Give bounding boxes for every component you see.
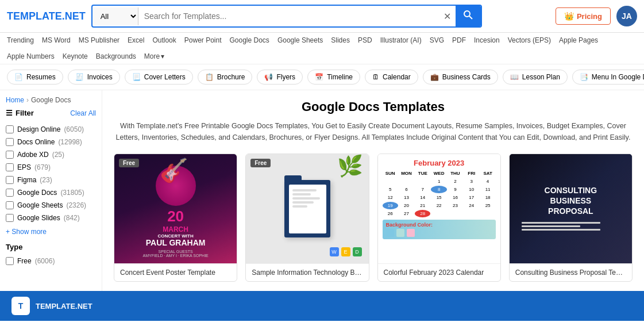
cal-day-18: 18 bbox=[480, 194, 495, 201]
search-button[interactable] bbox=[456, 6, 481, 26]
content-area: Google Docs Templates With Template.net'… bbox=[102, 90, 644, 291]
checkbox-adobexd[interactable] bbox=[6, 151, 14, 159]
chip-businesscards[interactable]: 💼 Business Cards bbox=[423, 70, 498, 85]
nav-msword[interactable]: MS Word bbox=[42, 36, 71, 44]
checkbox-docsonline[interactable] bbox=[6, 138, 14, 146]
chip-menuingoogledocs[interactable]: 📑 Menu In Google Docs bbox=[572, 70, 644, 85]
sidebar-item-eps[interactable]: EPS (679) bbox=[6, 161, 96, 174]
nav-excel[interactable]: Excel bbox=[128, 36, 144, 44]
checkbox-googleslides[interactable] bbox=[6, 214, 14, 222]
nav-outlook[interactable]: Outlook bbox=[152, 36, 176, 44]
breadcrumb-home[interactable]: Home bbox=[6, 96, 24, 104]
cal-day-thu: THU bbox=[448, 170, 463, 177]
cal-bottom-label: Background Color: bbox=[386, 222, 492, 228]
sidebar-item-free[interactable]: Free (6006) bbox=[6, 255, 96, 267]
breadcrumb-separator: › bbox=[26, 96, 29, 104]
clear-all-button[interactable]: Clear All bbox=[70, 109, 96, 117]
concert-figure-deco: 🎸 bbox=[160, 157, 188, 184]
sidebar-item-adobexd[interactable]: Adobe XD (25) bbox=[6, 148, 96, 161]
user-avatar[interactable]: JA bbox=[616, 6, 637, 26]
free-badge-concert: Free bbox=[119, 159, 139, 167]
chip-resumes-label: Resumes bbox=[26, 73, 56, 81]
breadcrumb-current: Google Docs bbox=[31, 96, 71, 104]
sidebar-item-googlesheets[interactable]: Google Sheets (2326) bbox=[6, 199, 96, 212]
pricing-button[interactable]: 👑 Pricing bbox=[556, 7, 611, 25]
nav-applenumbers[interactable]: Apple Numbers bbox=[7, 52, 55, 60]
chip-flyers[interactable]: 📢 Flyers bbox=[257, 70, 303, 85]
cal-day-sun: SUN bbox=[383, 170, 398, 177]
logo-net: NET bbox=[65, 10, 86, 22]
search-category-select[interactable]: All bbox=[92, 7, 138, 25]
checkbox-googlesheets[interactable] bbox=[6, 201, 14, 209]
sidebar-item-figma[interactable]: Figma (23) bbox=[6, 174, 96, 186]
checkbox-figma[interactable] bbox=[6, 176, 14, 184]
template-card-consulting[interactable]: CONSULTINGBUSINESSPROPOSAL Consulting Bu… bbox=[509, 154, 633, 282]
sidebar-item-designonline[interactable]: Design Online (6050) bbox=[6, 123, 96, 136]
excel-icon: E bbox=[341, 247, 350, 256]
cal-day-12: 12 bbox=[383, 194, 398, 201]
chip-lessonplan[interactable]: 📖 Lesson Plan bbox=[503, 70, 568, 85]
nav-powerpoint[interactable]: Power Point bbox=[184, 36, 222, 44]
consulting-lines bbox=[522, 222, 620, 232]
search-input[interactable] bbox=[138, 7, 439, 25]
nav-slides[interactable]: Slides bbox=[331, 36, 350, 44]
nav-keynote[interactable]: Keynote bbox=[63, 52, 88, 60]
nav-backgrounds[interactable]: Backgrounds bbox=[96, 52, 136, 60]
checkbox-eps[interactable] bbox=[6, 163, 14, 171]
cal-day-1: 1 bbox=[431, 178, 446, 185]
lessonplan-icon: 📖 bbox=[510, 73, 519, 81]
nav-bar: Trending MS Word MS Publisher Excel Outl… bbox=[0, 33, 644, 64]
biz-line-1 bbox=[292, 189, 317, 191]
chip-calendar[interactable]: 🗓 Calendar bbox=[365, 70, 418, 85]
cal-day-24: 24 bbox=[464, 202, 479, 209]
nav-more[interactable]: More ▾ bbox=[144, 52, 164, 60]
checkbox-free[interactable] bbox=[6, 257, 14, 265]
cal-day-10: 10 bbox=[464, 186, 479, 193]
template-grid: 🎸 20 MARCH CONCERT WITH PAUL GRAHAM SPEC… bbox=[114, 154, 633, 282]
chip-coverletters-label: Cover Letters bbox=[144, 73, 186, 81]
word-icon: W bbox=[330, 247, 339, 256]
count-figma: (23) bbox=[40, 176, 52, 184]
nav-illustrator[interactable]: Illustrator (AI) bbox=[380, 36, 422, 44]
search-clear-button[interactable]: ✕ bbox=[439, 11, 456, 22]
template-card-business[interactable]: 🌿 W E bbox=[245, 154, 369, 282]
swatch-pink bbox=[407, 229, 415, 237]
invoices-icon: 🧾 bbox=[75, 73, 84, 81]
search-icon bbox=[464, 10, 473, 20]
template-card-concert[interactable]: 🎸 20 MARCH CONCERT WITH PAUL GRAHAM SPEC… bbox=[114, 154, 237, 282]
checkbox-designonline[interactable] bbox=[6, 125, 14, 133]
show-more-button[interactable]: + Show more bbox=[6, 228, 96, 236]
sidebar-item-googledocs[interactable]: Google Docs (31805) bbox=[6, 186, 96, 199]
chip-coverletters[interactable]: 📃 Cover Letters bbox=[125, 70, 193, 85]
concert-poster: 🎸 20 MARCH CONCERT WITH PAUL GRAHAM SPEC… bbox=[114, 154, 237, 263]
chip-brochure[interactable]: 📋 Brochure bbox=[198, 70, 253, 85]
business-plan-preview: 🌿 W E bbox=[246, 154, 368, 263]
sidebar-item-docsonline[interactable]: Docs Online (12998) bbox=[6, 136, 96, 148]
nav-googlesheets[interactable]: Google Sheets bbox=[277, 36, 323, 44]
chip-resumes[interactable]: 📄 Resumes bbox=[7, 70, 63, 85]
label-adobexd: Adobe XD bbox=[17, 151, 49, 159]
nav-trending[interactable]: Trending bbox=[7, 36, 34, 44]
svg-line-1 bbox=[469, 16, 472, 19]
nav-svg[interactable]: SVG bbox=[430, 36, 444, 44]
template-card-calendar[interactable]: February 2023 SUN MON TUE WED THU FRI SA… bbox=[377, 154, 501, 282]
nav-googledocs[interactable]: Google Docs bbox=[230, 36, 269, 44]
checkbox-googledocs[interactable] bbox=[6, 189, 14, 197]
nav-incesion[interactable]: Incesion bbox=[474, 36, 500, 44]
site-logo[interactable]: TEMPLATE.NET bbox=[7, 10, 86, 22]
nav-vectors[interactable]: Vectors (EPS) bbox=[508, 36, 551, 44]
count-eps: (679) bbox=[34, 163, 51, 171]
crown-icon: 👑 bbox=[564, 12, 574, 21]
chip-invoices[interactable]: 🧾 Invoices bbox=[68, 70, 120, 85]
sidebar-item-googleslides[interactable]: Google Slides (842) bbox=[6, 212, 96, 224]
chip-timeline[interactable]: 📅 Timeline bbox=[307, 70, 360, 85]
card-concert-title: Concert Event Poster Template bbox=[114, 263, 237, 281]
chip-timeline-label: Timeline bbox=[327, 73, 353, 81]
label-googledocs: Google Docs bbox=[17, 189, 57, 197]
nav-mspublisher[interactable]: MS Publisher bbox=[79, 36, 119, 44]
calendar-bottom: Background Color: bbox=[383, 220, 496, 239]
nav-pdf[interactable]: PDF bbox=[452, 36, 466, 44]
count-free: (6006) bbox=[35, 257, 55, 265]
nav-psd[interactable]: PSD bbox=[358, 36, 372, 44]
nav-applepages[interactable]: Apple Pages bbox=[559, 36, 598, 44]
